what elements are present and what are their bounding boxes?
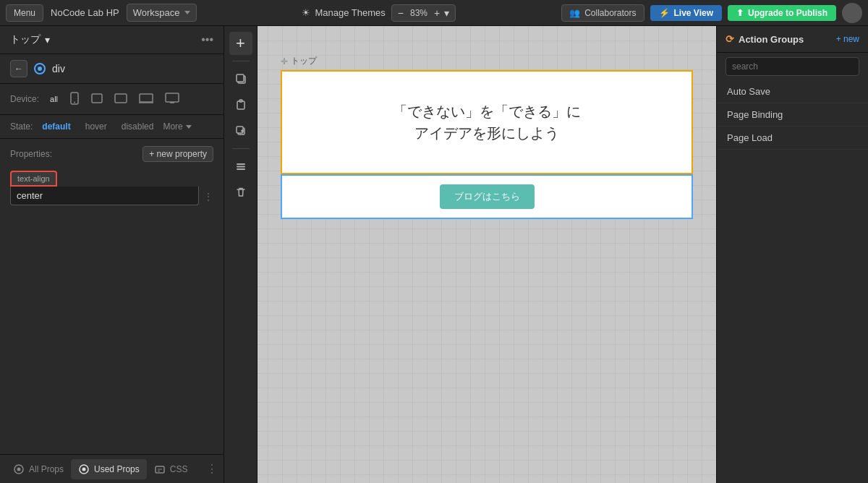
workspace-label: Workspace — [133, 7, 180, 18]
bottom-more-icon[interactable]: ⋮ — [206, 462, 218, 476]
css-label: CSS — [170, 464, 188, 474]
back-button[interactable]: ← — [10, 60, 27, 77]
zoom-in-button[interactable]: + — [434, 7, 440, 19]
section-title-line2: アイデアを形にしよう — [297, 122, 677, 144]
new-property-button[interactable]: + new property — [142, 146, 213, 162]
panel-menu-icon[interactable]: ••• — [201, 33, 213, 46]
manage-themes-label: Manage Themes — [315, 7, 385, 18]
svg-point-12 — [17, 467, 21, 471]
page-load-label: Page Load — [727, 132, 773, 143]
search-input[interactable] — [726, 57, 859, 76]
device-all-button[interactable]: all — [46, 93, 61, 106]
props-spacer — [0, 210, 224, 454]
action-group-item-page-binding[interactable]: Page Binding — [717, 103, 868, 127]
move-icon: ✛ — [281, 56, 288, 67]
tab-all-props[interactable]: All Props — [6, 459, 71, 479]
panel-title[interactable]: トップ ▾ — [10, 33, 50, 46]
page-label: ✛ トップ — [281, 55, 693, 67]
manage-themes-button[interactable]: ☀ Manage Themes — [302, 7, 385, 18]
all-props-icon — [13, 463, 25, 475]
workspace-chevron-icon — [184, 11, 190, 14]
device-phone-button[interactable] — [66, 90, 83, 108]
action-group-item-auto-save[interactable]: Auto Save — [717, 80, 868, 103]
tab-used-props[interactable]: Used Props — [71, 459, 147, 479]
collab-icon: 👥 — [569, 8, 580, 18]
topbar: Menu NoCode Lab HP Workspace ☀ Manage Th… — [0, 0, 868, 26]
zoom-out-button[interactable]: − — [398, 7, 404, 19]
state-hover-button[interactable]: hover — [80, 119, 112, 134]
page-binding-label: Page Binding — [727, 109, 783, 120]
all-props-label: All Props — [29, 464, 64, 474]
action-groups-label: Action Groups — [739, 34, 804, 45]
new-action-button[interactable]: + new — [836, 34, 859, 44]
section-title-line1: 「できない」を「できる」に — [297, 101, 677, 122]
main-layout: トップ ▾ ••• ← div Device: all — [0, 26, 868, 483]
svg-rect-8 — [166, 93, 179, 102]
svg-rect-4 — [92, 94, 102, 103]
publish-button[interactable]: ⬆ Upgrade to Publish — [728, 5, 836, 21]
element-icon — [33, 62, 46, 75]
action-groups-icon: ⟳ — [726, 33, 734, 45]
device-row: Device: all — [0, 84, 224, 115]
vertical-toolbar: + — [224, 26, 258, 483]
copy-plus-button[interactable] — [229, 119, 252, 142]
state-more-button[interactable]: More — [163, 121, 191, 132]
canvas-content: ✛ トップ 「できない」を「できる」に アイデアを形にしよう ブログはこちら — [258, 26, 716, 483]
right-panel-title: ⟳ Action Groups — [726, 33, 804, 45]
svg-rect-22 — [237, 163, 245, 165]
device-laptop-button[interactable] — [135, 91, 157, 107]
action-group-item-page-load[interactable]: Page Load — [717, 127, 868, 150]
breadcrumb-row: ← div — [0, 54, 224, 84]
cta-button[interactable]: ブログはこちら — [440, 184, 535, 209]
collab-label: Collaborators — [584, 8, 636, 18]
state-more-chevron-icon — [186, 125, 192, 129]
properties-header: Properties: + new property — [0, 139, 224, 166]
toolbar-separator — [232, 61, 250, 61]
device-tablet-sm-button[interactable] — [88, 91, 106, 107]
property-value-input[interactable] — [10, 187, 199, 205]
svg-point-14 — [82, 467, 86, 471]
lightning-icon: ⚡ — [659, 8, 670, 18]
canvas-inner: + — [224, 26, 716, 483]
live-label: Live View — [674, 8, 713, 18]
section-text-box[interactable]: 「できない」を「できる」に アイデアを形にしよう — [281, 70, 693, 174]
state-disabled-button[interactable]: disabled — [116, 119, 159, 134]
properties-label: Properties: — [10, 149, 52, 159]
state-default-button[interactable]: default — [37, 119, 75, 134]
action-groups-list: Auto Save Page Binding Page Load — [717, 80, 868, 150]
state-row: State: default hover disabled More — [0, 115, 224, 139]
bottom-tabs: All Props Used Props CSS ⋮ — [0, 454, 224, 483]
device-desktop-button[interactable] — [161, 90, 183, 108]
workspace-dropdown[interactable]: Workspace — [127, 4, 197, 22]
add-element-button[interactable]: + — [229, 32, 252, 55]
topbar-right: 👥 Collaborators ⚡ Live View ⬆ Upgrade to… — [561, 3, 862, 23]
svg-rect-17 — [237, 74, 244, 82]
state-more-label: More — [163, 121, 182, 132]
live-view-button[interactable]: ⚡ Live View — [650, 5, 722, 21]
topbar-center: ☀ Manage Themes − 83% + ▾ — [198, 4, 561, 22]
svg-point-1 — [38, 67, 42, 71]
logo-label: NoCode Lab HP — [45, 7, 125, 18]
property-menu-icon[interactable]: ⋮ — [203, 191, 213, 202]
panel-title-arrow: ▾ — [45, 34, 50, 46]
canvas-area: + — [224, 26, 716, 483]
collaborators-button[interactable]: 👥 Collaborators — [561, 4, 644, 22]
delete-button[interactable] — [229, 181, 252, 204]
svg-rect-24 — [237, 168, 245, 170]
menu-button[interactable]: Menu — [6, 4, 43, 22]
avatar[interactable] — [842, 3, 862, 23]
property-value-row — [10, 187, 199, 205]
right-panel-header: ⟳ Action Groups + new — [717, 26, 868, 53]
zoom-dropdown-button[interactable]: ▾ — [444, 7, 449, 19]
layers-button[interactable] — [229, 155, 252, 178]
device-tablet-button[interactable] — [111, 91, 131, 107]
right-panel: ⟳ Action Groups + new Auto Save Page Bin… — [716, 26, 868, 483]
svg-rect-5 — [115, 94, 127, 103]
zoom-control: − 83% + ▾ — [391, 4, 456, 22]
page-label-text: トップ — [291, 55, 317, 67]
tab-css[interactable]: CSS — [147, 459, 195, 479]
section-button-box[interactable]: ブログはこちら — [281, 174, 693, 219]
copy-button[interactable] — [229, 67, 252, 90]
panel-title-text: トップ — [10, 33, 41, 46]
paste-button[interactable] — [229, 93, 252, 116]
